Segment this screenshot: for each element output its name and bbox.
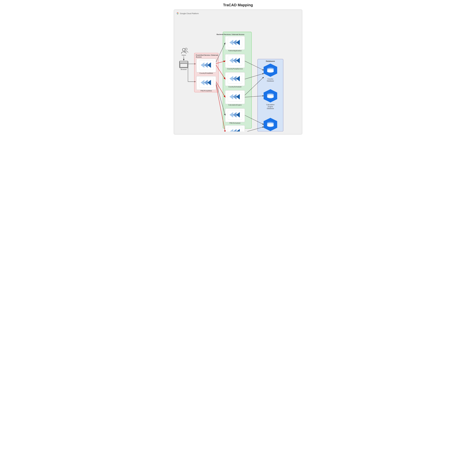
country-portal-web-label: CountryPortalWeb	[200, 72, 213, 74]
backend-zone-label: Backend Services / Internal Access	[217, 33, 244, 35]
pmu-db-icon	[267, 122, 274, 127]
country-scheduler-icon	[228, 74, 242, 84]
main-box: Google Cloud Platform Users Browser	[174, 10, 302, 135]
country-db-icon	[267, 68, 274, 73]
diagram-svg: Users Browser Front-End Service / Extern…	[176, 17, 300, 131]
gcp-logo-icon	[176, 12, 179, 15]
pmu-portal-service-icon	[228, 127, 242, 131]
calc-db-icon	[267, 93, 274, 98]
svg-point-1	[182, 48, 185, 51]
frontend-zone-label: Front-End Service / External	[196, 54, 218, 56]
svg-point-59	[267, 125, 274, 127]
gcp-header: Google Cloud Platform	[176, 12, 300, 15]
svg-point-45	[267, 70, 274, 73]
pmu-scheduler-icon	[228, 110, 242, 120]
country-scheduler-label: CountryScheduler	[228, 86, 242, 88]
pmu-portal-web-label: PMUPortalWeb	[200, 90, 212, 92]
browser-icon: Browser	[180, 61, 188, 70]
pmu-scheduler-label: PMUScheduler	[229, 122, 241, 124]
country-portal-service-icon	[228, 56, 242, 65]
country-portal-service-label: CountryPortalService	[227, 68, 243, 70]
svg-rect-3	[180, 61, 188, 68]
calc-db-label-line2: Engine	[268, 106, 273, 107]
calculation-engine-label: CalculationEngine	[228, 104, 242, 106]
svg-point-2	[185, 48, 187, 50]
svg-point-52	[267, 96, 274, 98]
svg-text:Access: Access	[196, 56, 202, 58]
python-app-icon	[228, 38, 242, 47]
svg-rect-5	[180, 64, 187, 67]
country-db-label-line2: Database	[267, 80, 274, 82]
country-portal-web-icon	[199, 60, 213, 70]
gcp-label: Google Cloud Platform	[180, 12, 199, 15]
page-title: TraCAD Mapping	[174, 3, 302, 7]
calc-db-label-line3: Database	[267, 107, 274, 109]
pmu-portal-web-icon	[199, 78, 213, 87]
users-icon: Users	[181, 48, 188, 56]
databases-zone-label: Databases	[266, 60, 275, 62]
browser-label: Browser	[181, 68, 187, 70]
python-app-label: PythonApplication	[228, 50, 242, 51]
users-label: Users	[182, 54, 186, 56]
page-container: TraCAD Mapping Google Cloud Platform	[174, 3, 302, 135]
calc-db-label-line1: Calculation	[266, 104, 274, 106]
country-db-label-line1: Country	[267, 78, 273, 80]
calculation-engine-icon	[228, 92, 242, 102]
